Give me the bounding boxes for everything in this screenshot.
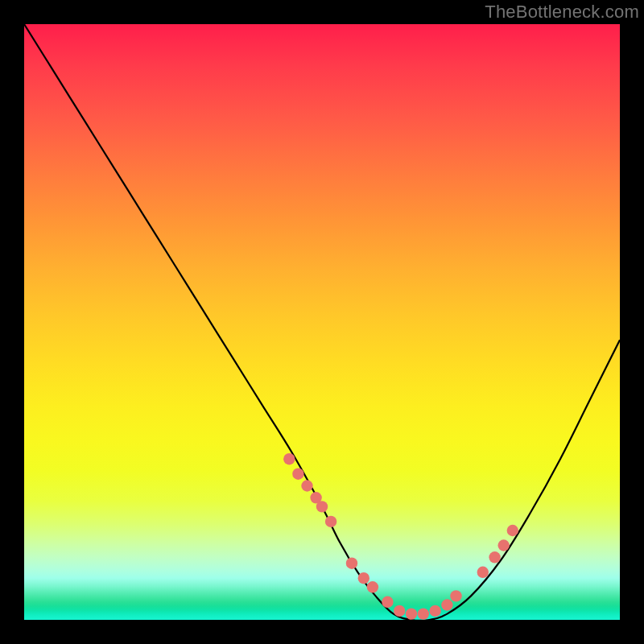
scatter-point	[406, 608, 417, 619]
scatter-markers	[283, 453, 518, 620]
scatter-point	[441, 599, 452, 610]
scatter-point	[498, 539, 510, 551]
scatter-point	[429, 605, 440, 617]
scatter-point	[394, 605, 405, 617]
scatter-point	[450, 590, 461, 601]
scatter-point	[507, 525, 518, 536]
scatter-point	[477, 567, 489, 578]
scatter-point	[382, 597, 393, 608]
scatter-point	[418, 608, 429, 619]
scatter-point	[346, 558, 357, 569]
scatter-point	[301, 480, 312, 491]
scatter-point	[316, 501, 328, 512]
plot-area	[24, 24, 620, 620]
scatter-point	[325, 516, 336, 527]
bottleneck-curve	[24, 24, 620, 620]
bottom-black-band	[0, 620, 644, 644]
scatter-point	[292, 469, 303, 480]
scatter-point	[283, 453, 295, 464]
chart-frame: TheBottleneck.com	[0, 0, 644, 644]
curve-svg	[24, 24, 620, 620]
scatter-point	[358, 572, 369, 584]
scatter-point	[489, 551, 500, 563]
scatter-point	[367, 581, 378, 592]
watermark-text: TheBottleneck.com	[485, 2, 639, 23]
